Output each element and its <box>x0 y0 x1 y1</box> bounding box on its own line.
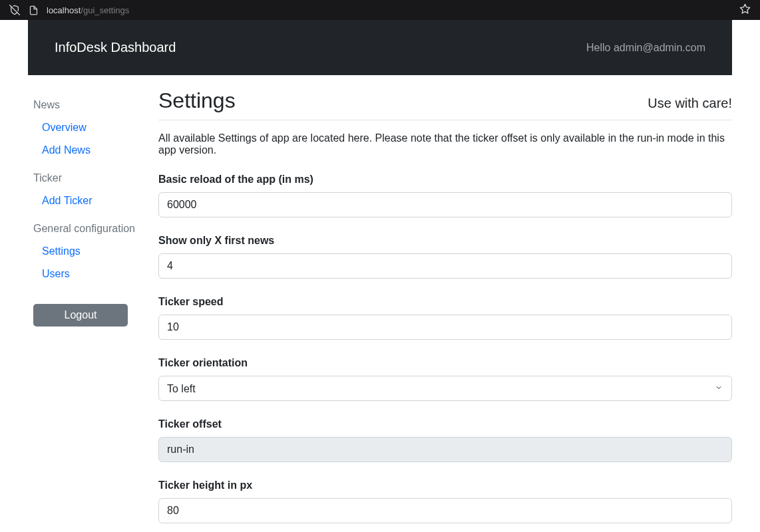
input-ticker-speed[interactable] <box>158 315 732 340</box>
shield-off-icon <box>9 5 20 15</box>
label-ticker-orientation: Ticker orientation <box>158 357 732 369</box>
field-ticker-speed: Ticker speed <box>158 296 732 340</box>
main-panel: Settings Use with care! All available Se… <box>158 88 732 532</box>
nav-header-general: General configuration <box>33 223 158 235</box>
sidebar: News Overview Add News Ticker Add Ticker… <box>33 88 158 327</box>
brand-title[interactable]: InfoDesk Dashboard <box>55 40 176 55</box>
user-greeting: Hello admin@admin.com <box>586 42 705 54</box>
field-ticker-orientation: Ticker orientation To left <box>158 357 732 401</box>
label-ticker-height: Ticker height in px <box>158 479 732 491</box>
page-icon <box>28 5 39 15</box>
url-host: localhost <box>47 5 81 15</box>
label-reload: Basic reload of the app (in ms) <box>158 174 732 186</box>
label-ticker-speed: Ticker speed <box>158 296 732 308</box>
bookmark-star-icon[interactable] <box>739 3 751 17</box>
input-first-news[interactable] <box>158 253 732 279</box>
select-ticker-orientation[interactable]: To left <box>158 376 732 401</box>
svg-marker-1 <box>740 4 749 13</box>
url-path: /gui_settings <box>81 5 129 15</box>
app-header: InfoDesk Dashboard Hello admin@admin.com <box>28 20 732 75</box>
sidebar-item-add-news[interactable]: Add News <box>33 140 158 160</box>
input-reload[interactable] <box>158 192 732 217</box>
nav-header-ticker: Ticker <box>33 172 158 184</box>
nav-header-news: News <box>33 99 158 111</box>
address-left: localhost/gui_settings <box>9 5 129 15</box>
select-wrap-orientation: To left <box>158 376 732 401</box>
label-ticker-offset: Ticker offset <box>158 418 732 430</box>
input-ticker-height[interactable] <box>158 498 732 523</box>
page-container: InfoDesk Dashboard Hello admin@admin.com… <box>0 20 760 532</box>
browser-address-bar: localhost/gui_settings <box>0 0 760 20</box>
sidebar-item-settings[interactable]: Settings <box>33 241 158 261</box>
page-title: Settings <box>158 88 236 113</box>
sidebar-item-add-ticker[interactable]: Add Ticker <box>33 191 158 211</box>
field-reload: Basic reload of the app (in ms) <box>158 174 732 217</box>
field-first-news: Show only X first news <box>158 235 732 279</box>
logout-button[interactable]: Logout <box>33 304 128 327</box>
url-text[interactable]: localhost/gui_settings <box>47 5 129 15</box>
input-ticker-offset <box>158 437 732 462</box>
sidebar-item-users[interactable]: Users <box>33 264 158 284</box>
title-warning: Use with care! <box>648 96 732 111</box>
settings-description: All available Settings of app are locate… <box>158 132 732 156</box>
field-ticker-height: Ticker height in px <box>158 479 732 523</box>
label-first-news: Show only X first news <box>158 235 732 247</box>
field-ticker-offset: Ticker offset <box>158 418 732 462</box>
title-row: Settings Use with care! <box>158 88 732 120</box>
sidebar-item-overview[interactable]: Overview <box>33 118 158 138</box>
content-area: News Overview Add News Ticker Add Ticker… <box>28 75 732 532</box>
